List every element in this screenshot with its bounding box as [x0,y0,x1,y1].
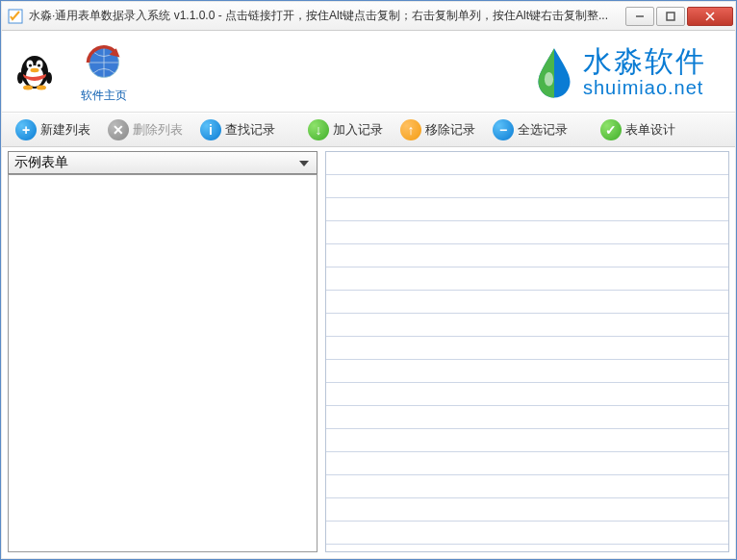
home-launcher-label: 软件主页 [81,88,127,104]
grid-row[interactable] [326,175,728,198]
info-icon: i [200,119,221,140]
window-title: 水淼·通用表单数据录入系统 v1.1.0.0 - 点击链接打开，按住Alt键点击… [29,8,625,24]
toolbar: + 新建列表 ✕ 删除列表 i 查找记录 ↓ 加入记录 ↑ 移除记录 − 全选记… [2,113,735,147]
add-record-button[interactable]: ↓ 加入记录 [300,115,391,144]
svg-point-8 [29,64,32,66]
form-selector-value: 示例表单 [14,154,68,171]
water-drop-icon [533,44,575,98]
app-icon [8,9,23,24]
svg-point-10 [38,64,40,66]
close-button[interactable] [687,7,733,26]
grid-row[interactable] [326,406,728,429]
grid-row[interactable] [326,291,728,314]
select-all-button[interactable]: − 全选记录 [485,115,575,144]
titlebar: 水淼·通用表单数据录入系统 v1.1.0.0 - 点击链接打开，按住Alt键点击… [2,2,735,31]
grid-row[interactable] [326,337,728,360]
grid-row[interactable] [326,221,728,244]
select-all-label: 全选记录 [518,121,568,139]
record-list[interactable] [8,174,318,552]
arrow-up-icon: ↑ [400,119,421,140]
grid-row[interactable] [326,383,728,406]
form-design-button[interactable]: ✓ 表单设计 [593,115,683,144]
brand-name-cn: 水淼软件 [583,45,706,77]
form-selector-combo[interactable]: 示例表单 [8,151,318,174]
brand-name-en: shuimiao.net [583,77,706,98]
remove-record-button[interactable]: ↑ 移除记录 [393,115,483,144]
grid-row[interactable] [326,314,728,337]
remove-record-label: 移除记录 [425,121,475,139]
form-design-label: 表单设计 [625,121,675,139]
grid-row[interactable] [326,522,728,545]
find-record-button[interactable]: i 查找记录 [192,115,283,144]
svg-point-14 [17,72,23,84]
grid-row[interactable] [326,429,728,452]
svg-point-15 [46,72,52,84]
add-record-label: 加入记录 [333,121,383,139]
find-record-label: 查找记录 [225,121,275,139]
new-list-button[interactable]: + 新建列表 [8,115,98,144]
maximize-button[interactable] [656,7,685,26]
qq-launcher[interactable] [12,47,58,95]
qq-penguin-icon [12,47,58,93]
grid-row[interactable] [326,267,728,291]
home-launcher[interactable]: 软件主页 [81,39,127,104]
svg-point-19 [545,72,553,87]
grid-row[interactable] [326,152,728,175]
brand-logo: 水淼软件 shuimiao.net [533,44,725,98]
minimize-button[interactable] [625,7,654,26]
delete-list-label: 删除列表 [133,121,183,139]
workarea: 示例表单 [2,147,735,558]
grid-row[interactable] [326,475,728,498]
cross-icon: ✕ [108,119,129,140]
globe-refresh-icon [81,39,127,86]
data-grid[interactable] [325,151,729,552]
new-list-label: 新建列表 [40,121,90,139]
grid-row[interactable] [326,198,728,221]
grid-row[interactable] [326,360,728,383]
arrow-down-icon: ↓ [308,119,329,140]
minus-icon: − [493,119,514,140]
check-icon: ✓ [600,119,622,140]
svg-point-13 [37,86,46,90]
svg-point-11 [31,68,39,72]
grid-row[interactable] [326,498,728,522]
grid-row[interactable] [326,244,728,267]
plus-icon: + [15,119,37,140]
svg-point-12 [23,86,33,90]
header-area: 软件主页 水淼软件 shuimiao.net [2,31,735,113]
left-pane: 示例表单 [8,151,318,552]
svg-rect-2 [667,13,674,20]
grid-row[interactable] [326,452,728,475]
delete-list-button[interactable]: ✕ 删除列表 [100,115,191,144]
